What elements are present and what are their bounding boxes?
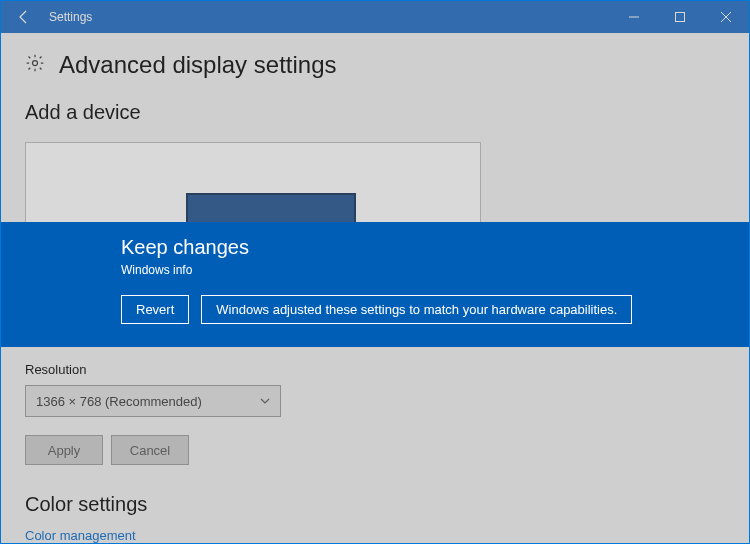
modal-overlay-bottom — [1, 347, 749, 543]
banner-buttons: Revert Windows adjusted these settings t… — [121, 295, 749, 324]
banner-message[interactable]: Windows adjusted these settings to match… — [201, 295, 632, 324]
revert-button[interactable]: Revert — [121, 295, 189, 324]
banner-subtitle: Windows info — [121, 263, 749, 277]
banner-title: Keep changes — [121, 236, 749, 259]
keep-changes-banner: Keep changes Windows info Revert Windows… — [1, 222, 749, 347]
modal-overlay-top — [1, 1, 749, 222]
